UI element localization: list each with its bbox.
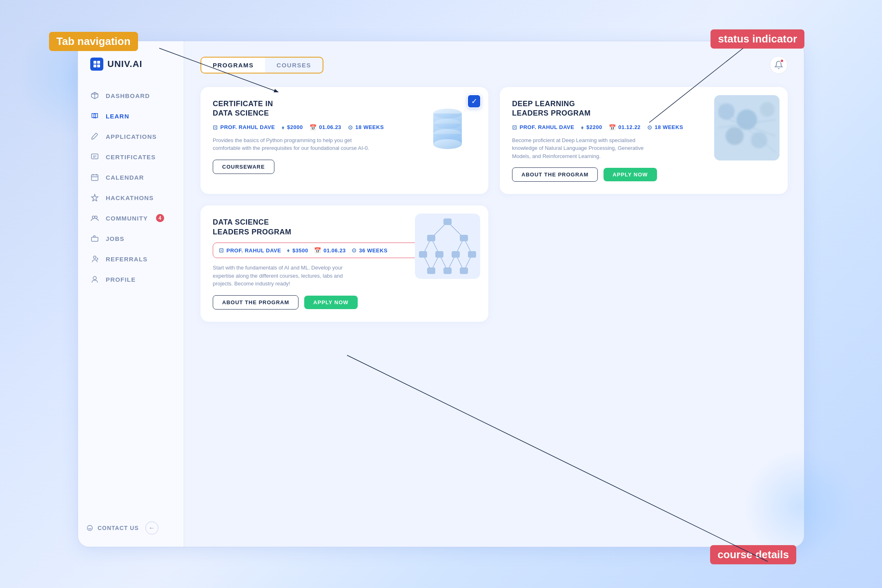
calendar-icon [90,173,99,182]
about-program-button-2[interactable]: ABOUT THE PROGRAM [213,295,298,310]
sidebar-item-applications[interactable]: APPLICATIONS [78,126,184,147]
notification-button[interactable] [770,56,788,74]
clock-icon: ⊙ [352,247,357,254]
calendar-meta-icon: 📅 [609,124,616,131]
date-meta: 📅 01.06.23 [314,247,346,254]
svg-rect-12 [91,175,98,180]
card-deep-learning: DEEP LEARNINGLEADERS PROGRAM [500,87,788,194]
svg-point-16 [92,216,95,218]
sidebar-item-community[interactable]: COMMUNITY 4 [78,208,184,228]
tab-programs[interactable]: PROGRAMS [201,58,265,73]
duration-meta: ⊙ 18 WEEKS [647,124,683,131]
certificate-icon [90,152,99,161]
cards-grid: CERTIFICATE INDATA SCIENCE ✓ [200,87,788,322]
logo-text: UNIV.AI [107,59,143,69]
sidebar-item-profile[interactable]: PROFILE [78,269,184,290]
card-title: DEEP LEARNINGLEADERS PROGRAM [512,99,670,118]
svg-rect-53 [460,235,468,241]
svg-rect-59 [443,267,452,274]
svg-point-21 [87,526,93,531]
svg-rect-18 [91,237,98,241]
main-header: PROGRAMS COURSES [200,56,788,74]
svg-point-33 [726,127,744,145]
app-window: UNIV.AI DASHBOARD LEARN APPLICATIONS C [78,41,804,547]
courseware-button[interactable]: COURSEWARE [213,160,274,174]
sidebar-item-learn[interactable]: LEARN [78,106,184,126]
svg-rect-57 [468,251,476,258]
main-content: PROGRAMS COURSES CERTIFICATE INDATA SCIE… [184,41,804,547]
status-indicator-annotation: status indicator [710,29,804,49]
notification-badge [780,59,784,63]
price-meta: ♦ $2200 [581,124,602,131]
community-icon [90,214,99,223]
svg-rect-55 [435,251,443,258]
sidebar-item-hackathons[interactable]: HACKATHONS [78,187,184,208]
clock-icon: ⊙ [647,124,653,131]
card-description: Become proficient at Deep Learning with … [512,136,657,160]
svg-point-34 [751,132,767,148]
svg-rect-5 [94,65,96,67]
clock-icon: ⊙ [348,124,353,131]
svg-rect-9 [91,154,98,159]
briefcase-icon [90,234,99,243]
cube-icon [90,91,99,100]
calendar-meta-icon: 📅 [314,247,321,254]
svg-point-32 [760,102,775,117]
card-title: DATA SCIENCELEADERS PROGRAM [213,218,371,237]
duration-meta: ⊙ 18 WEEKS [348,124,384,131]
sidebar-item-calendar[interactable]: CALENDAR [78,167,184,187]
professor-meta: ⊡ PROF. RAHUL DAVE [219,247,281,254]
duration-meta: ⊙ 36 WEEKS [352,247,388,254]
svg-point-17 [95,216,97,218]
course-details-annotation: course details [710,545,796,564]
date-meta: 📅 01.12.22 [609,124,641,131]
svg-rect-52 [427,235,435,241]
sidebar-item-jobs[interactable]: JOBS [78,228,184,249]
svg-rect-4 [97,61,100,64]
sidebar: UNIV.AI DASHBOARD LEARN APPLICATIONS C [78,41,184,547]
headset-icon [86,524,94,532]
svg-rect-6 [97,65,100,67]
referral-icon [90,254,99,263]
card-description: Provides the basics of Python programmin… [213,136,376,152]
sidebar-item-referrals[interactable]: REFERRALS [78,249,184,269]
sidebar-item-certificates[interactable]: CERTIFICATES [78,147,184,167]
professor-meta: ⊡ PROF. RAHUL DAVE [213,124,275,131]
community-badge: 4 [156,214,164,222]
card-cert-data-science: CERTIFICATE INDATA SCIENCE ✓ [200,87,488,194]
tab-courses[interactable]: COURSES [265,58,323,73]
logo: UNIV.AI [78,58,184,85]
card-description: Start with the fundamentals of AI and ML… [213,264,345,288]
contact-us-link[interactable]: CONTACT US [86,524,139,532]
status-indicator: ✓ [467,94,481,108]
star-icon [90,193,99,202]
user-icon: ⊡ [512,124,517,131]
pencil-icon [90,132,99,141]
sidebar-item-dashboard[interactable]: DASHBOARD [78,85,184,106]
diamond-icon: ♦ [281,124,285,131]
card-actions: ABOUT THE PROGRAM APPLY NOW [213,295,476,310]
card-image-network [415,214,480,279]
date-meta: 📅 01.06.23 [310,124,341,131]
card-actions: COURSEWARE [213,160,476,174]
card-actions: ABOUT THE PROGRAM APPLY NOW [512,167,775,182]
price-meta: ♦ $3500 [287,247,308,254]
back-button[interactable]: ← [145,521,158,535]
logo-icon [90,58,103,71]
svg-rect-56 [452,251,460,258]
svg-rect-58 [427,267,435,274]
apply-now-button[interactable]: APPLY NOW [604,168,657,181]
price-meta: ♦ $2000 [281,124,303,131]
svg-point-31 [737,109,757,130]
svg-rect-51 [443,218,452,225]
svg-rect-3 [94,61,96,64]
svg-rect-54 [419,251,427,258]
diamond-icon: ♦ [581,124,584,131]
svg-point-30 [718,103,735,120]
apply-now-button-2[interactable]: APPLY NOW [304,296,357,309]
book-icon [90,111,99,120]
about-program-button[interactable]: ABOUT THE PROGRAM [512,167,598,182]
user-icon: ⊡ [213,124,218,131]
user-icon: ⊡ [219,247,224,254]
sidebar-bottom: CONTACT US ← [78,521,184,535]
